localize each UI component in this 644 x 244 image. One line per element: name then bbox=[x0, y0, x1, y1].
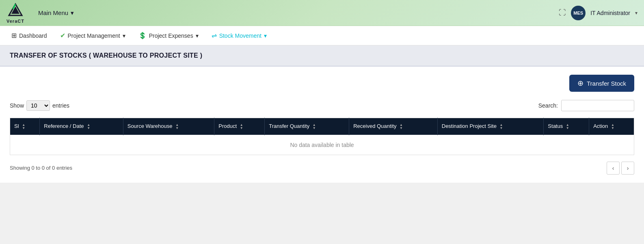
col-status[interactable]: Status ▲▼ bbox=[544, 118, 589, 135]
nav-project-management-label: Project Management bbox=[68, 32, 120, 39]
project-management-chevron: ▾ bbox=[123, 32, 125, 39]
sort-arrows-product: ▲▼ bbox=[240, 123, 243, 130]
avatar: MES bbox=[571, 6, 586, 20]
no-data-message: No data available in table bbox=[10, 135, 634, 155]
fullscreen-icon[interactable]: ⛶ bbox=[559, 9, 566, 17]
show-entries: Show 10 25 50 100 entries bbox=[10, 100, 69, 111]
sort-arrows-transfer-quantity: ▲▼ bbox=[313, 123, 316, 130]
sort-arrows-received-quantity: ▲▼ bbox=[400, 123, 403, 130]
no-data-row: No data available in table bbox=[10, 135, 634, 155]
nav-dashboard-label: Dashboard bbox=[19, 32, 47, 39]
table-controls: Show 10 25 50 100 entries Search: bbox=[10, 100, 634, 111]
project-expenses-icon: 💲 bbox=[138, 32, 147, 39]
main-menu-button[interactable]: Main Menu ▾ bbox=[34, 7, 78, 19]
transfer-stock-label: Transfer Stock bbox=[587, 80, 626, 87]
nav-stock-movement-label: Stock Movement bbox=[219, 32, 261, 39]
project-management-icon: ✔ bbox=[60, 32, 65, 39]
logo-area: VeraCT bbox=[6, 2, 24, 24]
data-table: Sl ▲▼ Reference / Date ▲▼ Source Warehou… bbox=[10, 118, 634, 155]
toolbar-row: ⊕ Transfer Stock bbox=[10, 75, 634, 92]
next-page-button[interactable]: › bbox=[621, 162, 634, 175]
sort-arrows-action: ▲▼ bbox=[611, 123, 614, 130]
main-menu-chevron: ▾ bbox=[71, 9, 74, 17]
search-label: Search: bbox=[538, 102, 558, 109]
col-transfer-quantity[interactable]: Transfer Quantity ▲▼ bbox=[265, 118, 349, 135]
project-expenses-chevron: ▾ bbox=[196, 32, 199, 39]
page-title: TRANSFER OF STOCKS ( WAREHOUSE TO PROJEC… bbox=[10, 52, 634, 59]
pagination: ‹ › bbox=[607, 162, 634, 175]
logo-icon bbox=[7, 2, 24, 19]
col-source-warehouse[interactable]: Source Warehouse ▲▼ bbox=[123, 118, 214, 135]
main-menu-label: Main Menu bbox=[38, 9, 68, 16]
user-name: IT Administrator bbox=[590, 10, 630, 16]
top-bar: VeraCT Main Menu ▾ ⛶ MES IT Administrato… bbox=[0, 0, 644, 26]
search-input[interactable] bbox=[561, 100, 634, 111]
sort-arrows-reference-date: ▲▼ bbox=[87, 123, 90, 130]
top-bar-right: ⛶ MES IT Administrator ▾ bbox=[559, 6, 638, 20]
page-content: TRANSFER OF STOCKS ( WAREHOUSE TO PROJEC… bbox=[0, 45, 644, 183]
page-title-bar: TRANSFER OF STOCKS ( WAREHOUSE TO PROJEC… bbox=[0, 45, 644, 67]
search-area: Search: bbox=[538, 100, 634, 111]
sort-arrows-source-warehouse: ▲▼ bbox=[175, 123, 179, 130]
entries-label: entries bbox=[52, 102, 69, 109]
stock-movement-icon: ⇌ bbox=[212, 32, 217, 39]
nav-project-management[interactable]: ✔ Project Management ▾ bbox=[55, 29, 130, 42]
content-area: ⊕ Transfer Stock Show 10 25 50 100 entri… bbox=[0, 67, 644, 183]
col-received-quantity[interactable]: Received Quantity ▲▼ bbox=[349, 118, 438, 135]
col-reference-date[interactable]: Reference / Date ▲▼ bbox=[40, 118, 123, 135]
nav-dashboard[interactable]: ⊞ Dashboard bbox=[6, 29, 52, 42]
col-action[interactable]: Action ▲▼ bbox=[589, 118, 634, 135]
prev-page-button[interactable]: ‹ bbox=[607, 162, 620, 175]
transfer-stock-button[interactable]: ⊕ Transfer Stock bbox=[569, 75, 634, 92]
show-label: Show bbox=[10, 102, 24, 109]
col-sl[interactable]: Sl ▲▼ bbox=[10, 118, 40, 135]
col-product[interactable]: Product ▲▼ bbox=[214, 118, 265, 135]
nav-stock-movement[interactable]: ⇌ Stock Movement ▾ bbox=[207, 29, 272, 42]
dashboard-icon: ⊞ bbox=[11, 32, 17, 39]
sort-arrows-sl: ▲▼ bbox=[22, 123, 25, 130]
table-header-row: Sl ▲▼ Reference / Date ▲▼ Source Warehou… bbox=[10, 118, 634, 135]
sort-arrows-status: ▲▼ bbox=[566, 123, 569, 130]
second-nav: ⊞ Dashboard ✔ Project Management ▾ 💲 Pro… bbox=[0, 26, 644, 45]
table-footer: Showing 0 to 0 of 0 entries ‹ › bbox=[10, 162, 634, 175]
plus-icon: ⊕ bbox=[577, 79, 583, 88]
logo-text: VeraCT bbox=[6, 19, 24, 24]
stock-movement-chevron: ▾ bbox=[264, 32, 267, 39]
entries-select[interactable]: 10 25 50 100 bbox=[26, 100, 50, 111]
user-menu-chevron[interactable]: ▾ bbox=[635, 10, 638, 16]
nav-project-expenses-label: Project Expenses bbox=[149, 32, 193, 39]
entries-info: Showing 0 to 0 of 0 entries bbox=[10, 165, 72, 171]
col-destination-project-site[interactable]: Destination Project Site ▲▼ bbox=[437, 118, 544, 135]
sort-arrows-destination-project-site: ▲▼ bbox=[499, 123, 503, 130]
nav-project-expenses[interactable]: 💲 Project Expenses ▾ bbox=[134, 29, 203, 42]
